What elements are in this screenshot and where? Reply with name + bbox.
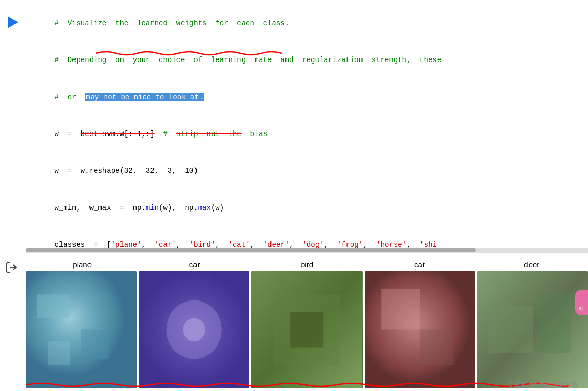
label-cat: cat xyxy=(363,260,475,271)
image-car xyxy=(139,271,249,388)
svg-rect-21 xyxy=(488,306,533,353)
scrollbar-thumb xyxy=(26,248,476,252)
comment-2: # Depending on your choice of learning r… xyxy=(54,56,441,64)
label-bird: bird xyxy=(251,260,363,271)
horizontal-scrollbar[interactable] xyxy=(26,248,588,253)
output-section: plane car bird cat deer xyxy=(0,253,588,391)
code-line-3: # or may not be nice to look at. xyxy=(28,79,585,116)
images-container: plane car bird cat deer xyxy=(26,256,588,391)
run-button[interactable] xyxy=(5,14,21,30)
code-line-2: # Depending on your choice of learning r… xyxy=(28,42,585,79)
code-line-4: w = best_svm.W[:-1,:] # strip out the bi… xyxy=(28,116,585,153)
svg-rect-10 xyxy=(48,341,70,365)
image-bird xyxy=(251,271,362,388)
comment-1: # Visualize the learned weights for each… xyxy=(54,19,289,27)
svg-rect-19 xyxy=(420,330,453,365)
strikethrough-text: best_svm.W[:-1,:] xyxy=(81,130,155,138)
svg-point-13 xyxy=(183,318,205,341)
csdn-watermark: CSDN @柠檬山橙荷叶茶 xyxy=(508,381,578,389)
label-deer: deer xyxy=(476,260,588,271)
image-cat xyxy=(365,271,475,388)
label-car: car xyxy=(138,260,250,271)
code-area[interactable]: # Visualize the learned weights for each… xyxy=(26,0,588,253)
highlighted-text: may not be nice to look at. xyxy=(85,93,204,101)
comment-3a: # or xyxy=(54,93,85,101)
image-plane xyxy=(26,271,137,388)
image-deer xyxy=(477,271,588,388)
svg-rect-18 xyxy=(381,289,420,329)
svg-rect-9 xyxy=(81,330,109,359)
pink-side-button[interactable]: 叶 xyxy=(575,290,588,315)
code-line-5: w = w.reshape(32, 32, 3, 10) xyxy=(28,153,585,190)
svg-rect-16 xyxy=(290,312,323,347)
run-icon xyxy=(8,16,18,28)
svg-rect-22 xyxy=(538,294,571,353)
code-line-6: w_min, w_max = np.min(w), np.max(w) xyxy=(28,190,585,227)
output-icon xyxy=(5,261,18,277)
image-row xyxy=(26,271,588,391)
code-line-1: # Visualize the learned weights for each… xyxy=(28,5,585,42)
code-section: # Visualize the learned weights for each… xyxy=(0,0,588,253)
image-labels-row: plane car bird cat deer xyxy=(26,256,588,271)
label-plane: plane xyxy=(26,260,138,271)
svg-rect-8 xyxy=(37,294,70,318)
